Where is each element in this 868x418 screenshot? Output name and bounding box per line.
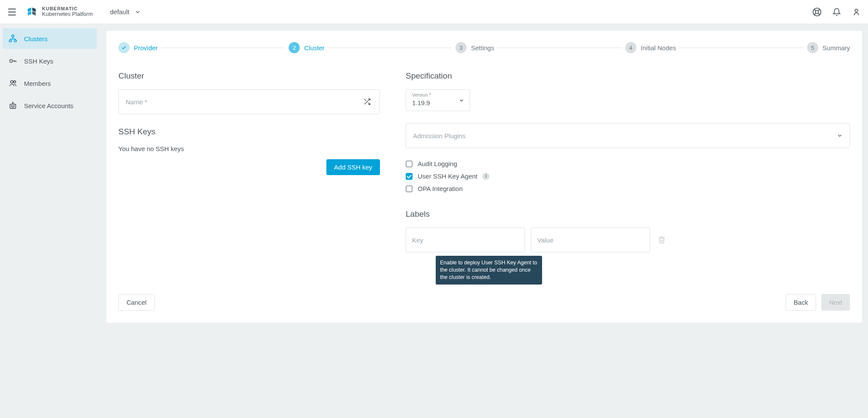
version-label: Version * — [412, 92, 431, 97]
svg-point-27 — [12, 102, 13, 103]
section-title-spec: Specification — [406, 71, 850, 81]
checkbox-icon[interactable] — [406, 185, 413, 192]
logo[interactable]: KUBERMATIC Kubernetes Platform — [26, 6, 93, 18]
notifications-icon[interactable] — [832, 7, 841, 17]
tooltip-user-ssh-key-agent: Enable to deploy User SSH Key Agent to t… — [436, 256, 542, 285]
svg-line-6 — [814, 9, 816, 11]
checkbox-user-ssh-key-agent[interactable]: User SSH Key Agent i — [406, 173, 850, 180]
chevron-down-icon — [458, 97, 464, 103]
svg-line-7 — [818, 13, 820, 15]
sidebar-item-clusters[interactable]: Clusters — [3, 28, 97, 49]
svg-point-28 — [12, 106, 12, 106]
kubermatic-logo-icon — [26, 6, 38, 18]
step-divider — [497, 48, 621, 48]
label-key-input[interactable] — [406, 227, 525, 252]
step-settings[interactable]: 3 Settings — [455, 42, 494, 53]
svg-point-5 — [815, 10, 818, 13]
checkbox-opa-integration[interactable]: OPA Integration — [406, 185, 850, 192]
next-button: Next — [821, 294, 850, 311]
back-button[interactable]: Back — [786, 294, 816, 311]
step-number: 4 — [625, 42, 636, 53]
step-label: Summary — [823, 44, 850, 51]
brand-subtitle: Kubernetes Platform — [42, 11, 93, 17]
step-initial-nodes[interactable]: 4 Initial Nodes — [625, 42, 676, 53]
svg-rect-13 — [14, 40, 16, 42]
ssh-empty-text: You have no SSH keys — [118, 145, 380, 152]
add-ssh-key-button[interactable]: Add SSH key — [326, 159, 380, 175]
section-title-cluster: Cluster — [118, 71, 380, 81]
step-label: Initial Nodes — [641, 44, 676, 51]
info-icon[interactable]: i — [482, 173, 489, 180]
step-summary[interactable]: 5 Summary — [807, 42, 850, 53]
label-value-input[interactable] — [531, 227, 650, 252]
sidebar-item-label: Service Accounts — [24, 102, 73, 109]
sidebar-item-members[interactable]: Members — [3, 73, 97, 94]
wizard-footer: Cancel Back Next — [118, 281, 850, 311]
help-icon[interactable] — [812, 7, 822, 17]
svg-point-10 — [855, 9, 858, 12]
sidebar-item-ssh-keys[interactable]: SSH Keys — [3, 51, 97, 71]
service-accounts-icon — [9, 101, 17, 110]
key-icon — [9, 57, 17, 65]
svg-line-9 — [814, 13, 816, 15]
admission-plugins-placeholder: Admission Plugins — [413, 132, 466, 139]
checkbox-label: User SSH Key Agent — [418, 173, 477, 180]
menu-toggle-button[interactable] — [7, 7, 17, 17]
step-provider[interactable]: Provider — [118, 42, 158, 53]
section-title-ssh: SSH Keys — [118, 127, 380, 136]
sidebar-item-label: Members — [24, 80, 51, 87]
checkbox-icon[interactable] — [406, 161, 413, 167]
wizard-stepper: Provider 2 Cluster 3 Settings 4 Initial … — [118, 42, 850, 53]
svg-rect-12 — [9, 40, 12, 42]
step-label: Settings — [471, 44, 494, 51]
step-divider — [679, 48, 803, 48]
sidebar-nav: Clusters SSH Keys Members Service Accoun… — [0, 24, 99, 329]
svg-rect-25 — [10, 104, 15, 109]
step-number: 2 — [289, 42, 300, 53]
step-cluster[interactable]: 2 Cluster — [289, 42, 325, 53]
checkbox-audit-logging[interactable]: Audit Logging — [406, 160, 850, 167]
svg-line-33 — [365, 99, 366, 101]
cluster-name-input[interactable] — [126, 98, 362, 106]
chevron-down-icon — [135, 9, 141, 15]
step-label: Cluster — [304, 44, 325, 51]
checkbox-icon[interactable] — [406, 173, 413, 180]
version-value: 1.19.9 — [412, 99, 430, 106]
cluster-name-field[interactable] — [118, 89, 380, 114]
svg-point-23 — [11, 81, 13, 83]
step-divider — [161, 48, 285, 48]
chevron-down-icon — [837, 133, 843, 139]
checkbox-label: OPA Integration — [418, 185, 463, 192]
project-name: default — [110, 8, 130, 15]
section-title-labels: Labels — [406, 209, 850, 219]
svg-point-19 — [10, 60, 13, 63]
svg-point-24 — [14, 81, 16, 83]
cancel-button[interactable]: Cancel — [118, 294, 155, 311]
step-divider — [328, 48, 452, 48]
step-number: 5 — [807, 42, 818, 53]
sidebar-item-label: SSH Keys — [24, 58, 53, 65]
checkbox-label: Audit Logging — [418, 160, 457, 167]
sidebar-item-service-accounts[interactable]: Service Accounts — [3, 95, 97, 116]
svg-line-8 — [818, 9, 820, 11]
logo-text: KUBERMATIC Kubernetes Platform — [42, 6, 93, 17]
header-actions — [812, 7, 861, 17]
step-number: 3 — [455, 42, 467, 53]
svg-rect-11 — [12, 35, 14, 37]
version-select[interactable]: Version * 1.19.9 — [406, 89, 470, 111]
app-header: KUBERMATIC Kubernetes Platform default — [0, 0, 868, 24]
clusters-icon — [9, 34, 17, 43]
user-icon[interactable] — [852, 7, 861, 17]
members-icon — [9, 79, 17, 88]
admission-plugins-select[interactable]: Admission Plugins — [406, 123, 850, 148]
project-selector[interactable]: default — [110, 8, 141, 15]
svg-point-29 — [14, 106, 15, 106]
step-label: Provider — [134, 44, 158, 51]
shuffle-icon[interactable] — [362, 96, 373, 107]
sidebar-item-label: Clusters — [24, 35, 48, 42]
wizard-card: Provider 2 Cluster 3 Settings 4 Initial … — [106, 31, 862, 323]
trash-icon — [656, 234, 667, 245]
